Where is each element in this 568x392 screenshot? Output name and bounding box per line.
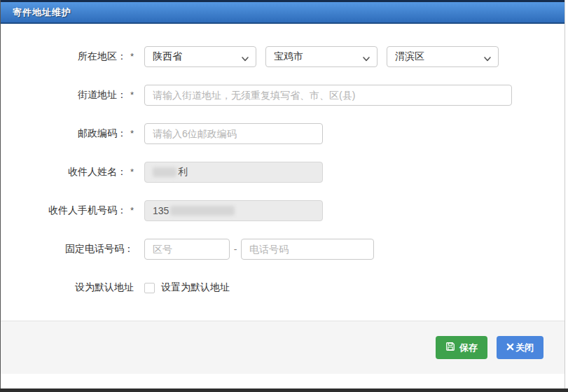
chevron-down-icon	[241, 53, 249, 66]
region-label: 所在地区：*	[1, 50, 134, 63]
province-select-value: 陕西省	[153, 50, 182, 63]
address-form: 所在地区：* 陕西省 宝鸡市 渭滨区	[1, 24, 564, 321]
save-icon	[445, 342, 455, 354]
window-bottom-border	[0, 388, 568, 392]
street-address-input[interactable]	[144, 85, 512, 106]
bottom-white-strip	[1, 374, 564, 388]
default-address-checkbox[interactable]	[144, 283, 155, 293]
save-button-label: 保存	[459, 342, 478, 354]
recipient-name-field-disabled: 利	[144, 162, 323, 183]
close-button-label: 关闭	[515, 342, 534, 354]
chevron-down-icon	[362, 53, 370, 66]
required-mark: *	[130, 205, 134, 216]
recipient-name-label: 收件人姓名：*	[1, 166, 134, 178]
postcode-row: 邮政编码：*	[1, 123, 564, 144]
redaction-blur	[153, 167, 176, 177]
recipient-mobile-visible-prefix: 135	[153, 205, 169, 216]
recipient-mobile-row: 收件人手机号码：* 135	[1, 200, 564, 221]
landline-separator: -	[230, 244, 241, 255]
landline-number-input[interactable]	[241, 239, 374, 260]
street-label: 街道地址：*	[1, 89, 134, 102]
recipient-mobile-label: 收件人手机号码：*	[1, 204, 134, 217]
save-button[interactable]: 保存	[436, 336, 487, 359]
dialog-stage: 寄件地址维护 所在地区：* 陕西省 宝鸡市	[0, 0, 568, 392]
recipient-name-row: 收件人姓名：* 利	[1, 162, 564, 183]
region-row: 所在地区：* 陕西省 宝鸡市 渭滨区	[1, 46, 564, 67]
close-x-icon	[506, 342, 514, 353]
redaction-blur	[170, 206, 235, 216]
required-mark: *	[130, 128, 134, 139]
dialog-footer: 保存 关闭	[1, 321, 564, 374]
city-select-value: 宝鸡市	[274, 50, 303, 63]
recipient-name-visible-text: 利	[178, 166, 188, 178]
landline-row: 固定电话号码： -	[1, 239, 564, 260]
street-row: 街道地址：*	[1, 85, 564, 106]
chevron-down-icon	[483, 53, 492, 66]
required-mark: *	[130, 167, 134, 177]
close-button[interactable]: 关闭	[497, 336, 543, 359]
default-address-checkbox-label: 设置为默认地址	[161, 281, 230, 294]
district-select-value: 渭滨区	[395, 50, 424, 63]
default-address-row: 设为默认地址 设置为默认地址	[1, 277, 564, 298]
area-code-input[interactable]	[144, 239, 230, 260]
province-select[interactable]: 陕西省	[144, 46, 256, 67]
postcode-input[interactable]	[144, 123, 323, 144]
postcode-label: 邮政编码：*	[1, 127, 134, 140]
address-maintenance-dialog: 寄件地址维护 所在地区：* 陕西省 宝鸡市	[0, 0, 565, 388]
dialog-title: 寄件地址维护	[13, 6, 71, 19]
city-select[interactable]: 宝鸡市	[265, 46, 377, 67]
dialog-titlebar: 寄件地址维护	[1, 0, 564, 24]
required-mark: *	[130, 51, 134, 62]
required-mark: *	[130, 90, 134, 100]
default-address-label: 设为默认地址	[1, 281, 134, 294]
landline-label: 固定电话号码：	[1, 243, 134, 255]
recipient-mobile-field-disabled: 135	[144, 200, 323, 221]
district-select[interactable]: 渭滨区	[387, 46, 499, 67]
